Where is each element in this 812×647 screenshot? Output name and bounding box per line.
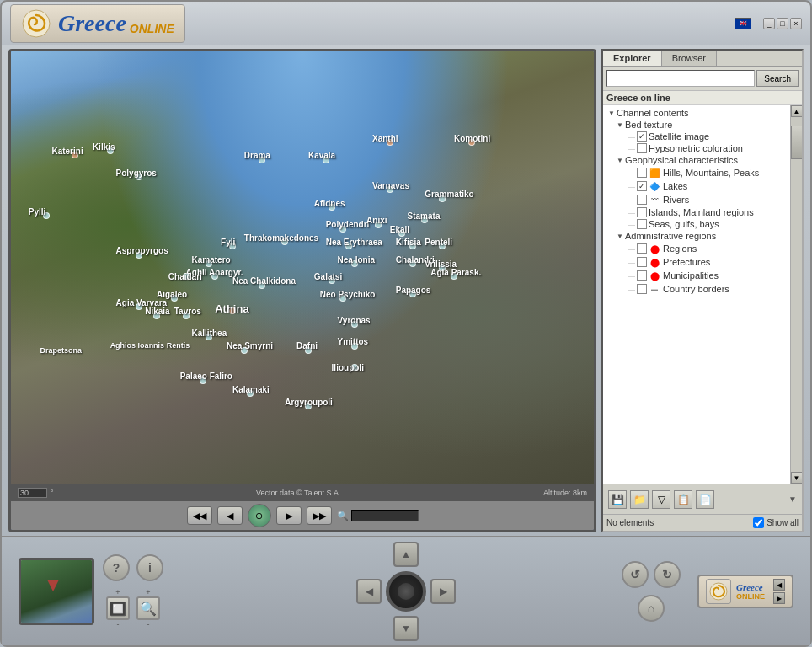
checkbox-regions[interactable] [637, 243, 647, 254]
toolbar-dropdown-arrow[interactable]: ▼ [788, 495, 797, 504]
city-dot-kavala [323, 157, 329, 163]
tree-node-regions[interactable]: — ⬤ Regions [603, 242, 790, 255]
tree-node-prefectures[interactable]: — ⬤ Prefectures [603, 255, 790, 269]
tree-node-municipalities[interactable]: — ⬤ Municipalities [603, 269, 790, 282]
zoom-input[interactable] [18, 488, 47, 498]
label-rivers: Rivers [663, 195, 689, 205]
nav-down-btn[interactable]: ▼ [393, 616, 419, 641]
explorer-status-bar: No elements Show all [603, 514, 802, 531]
help-button[interactable]: ? [103, 554, 130, 581]
search-button[interactable]: Search [756, 70, 799, 87]
checkbox-satellite[interactable]: ✓ [637, 131, 647, 142]
expand-satellite[interactable]: — [627, 131, 637, 142]
tree-node-hills[interactable]: — 🟧 Hills, Mountains, Peaks [603, 166, 790, 179]
checkbox-rivers[interactable] [637, 195, 647, 205]
map-search-input[interactable] [351, 510, 419, 521]
logo-nav-right[interactable]: ▶ [773, 592, 785, 604]
close-button[interactable]: × [790, 18, 802, 29]
logo-text-greece: Greece [58, 10, 126, 37]
checkbox-country-borders[interactable] [637, 284, 647, 294]
nav-right-btn[interactable]: ▶ [430, 579, 456, 604]
map-controls-row: ◀◀ ◀ ⊙ ▶ ▶▶ 🔍 [11, 501, 594, 530]
label-country-borders: Country borders [663, 284, 729, 294]
tab-explorer[interactable]: Explorer [603, 51, 662, 66]
zoom-in-btn[interactable]: 🔲 [106, 596, 130, 620]
city-dot-pylli [43, 212, 50, 219]
checkbox-islands[interactable] [637, 207, 647, 217]
city-dot-dafni [305, 347, 312, 354]
city-dot-stamata [421, 217, 428, 223]
tree-node-bed-texture[interactable]: ▼ Bed texture [603, 119, 790, 131]
city-dot-nea-ionia [351, 260, 358, 267]
toolbar-copy-btn[interactable]: 📋 [674, 490, 692, 509]
nav-left-btn[interactable]: ◀ [356, 579, 382, 604]
nav-back-btn[interactable]: ◀◀ [187, 506, 212, 525]
tree-node-islands[interactable]: — Islands, Mainland regions [603, 206, 790, 218]
show-all-checkbox-container[interactable]: Show all [753, 517, 799, 528]
expand-geophysical[interactable]: ▼ [615, 155, 625, 165]
icon-municipalities: ⬤ [649, 270, 660, 281]
expand-admin[interactable]: ▼ [615, 231, 625, 241]
checkbox-municipalities[interactable] [637, 270, 647, 281]
app-logo: Greece ONLINE [10, 4, 185, 43]
tree-node-lakes[interactable]: — ✓ 🔷 Lakes [603, 179, 790, 193]
checkbox-hypsometric[interactable] [637, 143, 647, 153]
scroll-track[interactable] [791, 117, 803, 472]
tree-scrollbar[interactable]: ▲ ▼ [790, 105, 802, 484]
right-btn-3[interactable]: ⌂ [638, 595, 665, 622]
scroll-thumb[interactable] [791, 126, 803, 159]
city-label-grammatiko: Grammatiko [425, 190, 473, 199]
tab-browser[interactable]: Browser [662, 51, 717, 66]
city-dot-ekali [398, 230, 405, 237]
show-all-checkbox[interactable] [753, 517, 764, 528]
scroll-up-arrow[interactable]: ▲ [791, 105, 803, 117]
zoom-out-btn[interactable]: 🔍 [136, 596, 160, 620]
right-btn-1[interactable]: ↺ [622, 561, 649, 588]
tree-node-seas[interactable]: — Seas, gulfs, bays [603, 218, 790, 230]
checkbox-lakes[interactable]: ✓ [637, 181, 647, 191]
nav-play-btn[interactable]: ⊙ [248, 504, 271, 527]
scroll-down-arrow[interactable]: ▼ [791, 472, 803, 484]
info-button[interactable]: i [136, 554, 163, 581]
map-viewport[interactable]: Katerini Kilkis Polygyros Drama Kavala X… [11, 51, 594, 484]
expand-bed-texture[interactable]: ▼ [615, 120, 625, 130]
toolbar-filter-btn[interactable]: ▽ [652, 490, 670, 509]
nav-fwd-btn[interactable]: ▶▶ [307, 506, 332, 525]
right-btn-2[interactable]: ↻ [654, 561, 681, 588]
maximize-button[interactable]: □ [777, 18, 788, 29]
nav-up-btn[interactable]: ▲ [393, 542, 419, 567]
icon-hills: 🟧 [649, 167, 660, 179]
checkbox-prefectures[interactable] [637, 257, 647, 267]
map-credit-text: Vector data © Talent S.A. [256, 489, 341, 497]
minimap[interactable] [19, 558, 94, 625]
tree-node-rivers[interactable]: — 〰 Rivers [603, 193, 790, 206]
map-zoom-bar: ° [18, 488, 54, 498]
tree-scroll-container: ▼ Channel contents ▼ Bed texture — [603, 105, 802, 484]
toolbar-folder-btn[interactable]: 📁 [630, 490, 649, 509]
nav-next-btn[interactable]: ▶ [276, 506, 302, 525]
tree-node-satellite[interactable]: — ✓ Satellite image [603, 131, 790, 142]
nav-center-btn[interactable] [386, 571, 426, 612]
tree-node-channel[interactable]: ▼ Channel contents [603, 107, 790, 119]
expand-channel[interactable]: ▼ [606, 108, 617, 118]
search-input[interactable] [606, 70, 755, 87]
nav-prev-btn[interactable]: ◀ [217, 506, 243, 525]
tree-node-country-borders[interactable]: — ▬ Country borders [603, 282, 790, 296]
logo-nav-left[interactable]: ◀ [773, 579, 785, 591]
tree-node-admin[interactable]: ▼ Administrative regions [603, 230, 790, 242]
city-dot-palaeo-faliro [200, 377, 206, 384]
city-dot-chaidari [183, 273, 190, 280]
city-dot-athina [229, 307, 236, 314]
minimize-button[interactable]: _ [763, 18, 775, 29]
city-dot-afidnes [329, 204, 335, 211]
language-flag[interactable]: 🇬🇧 [735, 18, 751, 29]
checkbox-seas[interactable] [637, 219, 647, 229]
checkbox-hills[interactable] [637, 168, 647, 178]
toolbar-paste-btn[interactable]: 📄 [696, 490, 714, 509]
expand-hills: — [627, 168, 637, 178]
tree-view[interactable]: ▼ Channel contents ▼ Bed texture — [603, 105, 790, 484]
tree-node-geophysical[interactable]: ▼ Geophysical characteristics [603, 154, 790, 166]
tree-node-hypsometric[interactable]: — Hypsometric coloration [603, 142, 790, 154]
toolbar-save-btn[interactable]: 💾 [608, 490, 627, 509]
city-dot-kifisia [409, 243, 416, 249]
